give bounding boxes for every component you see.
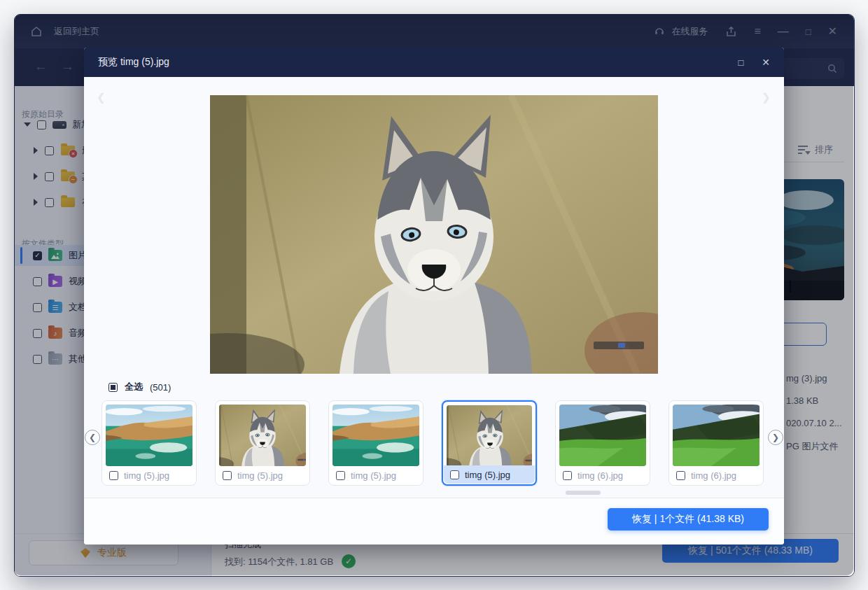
thumbnail-card[interactable]: timg (5).jpg: [215, 400, 310, 486]
thumbnail-checkbox[interactable]: [676, 471, 685, 480]
preview-image: [210, 95, 658, 374]
thumbnail-card-selected[interactable]: timg (5).jpg: [442, 400, 537, 486]
strip-prev-button[interactable]: ❮: [85, 430, 100, 445]
thumbnail-name: timg (6).jpg: [578, 470, 623, 481]
thumbnail-card[interactable]: timg (5).jpg: [102, 400, 197, 486]
thumbnail-image: [673, 405, 760, 466]
select-all-checkbox[interactable]: [108, 383, 118, 392]
modal-maximize-button[interactable]: □: [738, 57, 743, 68]
thumbnail-image: [106, 405, 192, 466]
thumbnail-name: timg (5).jpg: [237, 470, 283, 481]
thumbnail-checkbox[interactable]: [223, 471, 232, 480]
thumbnail-name: timg (5).jpg: [351, 470, 396, 481]
thumbnail-name: timg (6).jpg: [691, 470, 736, 481]
thumbnail-checkbox[interactable]: [450, 470, 459, 479]
select-all-label: 全选: [125, 381, 143, 393]
strip-next-button[interactable]: ❯: [768, 430, 783, 445]
thumbnail-image: [219, 405, 306, 466]
thumbnail-name: timg (5).jpg: [465, 470, 510, 480]
thumbnail-name: timg (5).jpg: [124, 470, 169, 481]
modal-close-button[interactable]: ✕: [762, 57, 770, 68]
recover-selected-button[interactable]: 恢复 | 1个文件 (41.38 KB): [608, 508, 769, 531]
modal-footer: 恢复 | 1个文件 (41.38 KB): [84, 498, 784, 545]
thumbnail-checkbox[interactable]: [336, 471, 345, 480]
thumbnail-image: [447, 405, 532, 467]
select-all-row[interactable]: 全选 (501): [108, 381, 171, 393]
thumbnail-card[interactable]: timg (6).jpg: [555, 400, 650, 486]
preview-prev-icon[interactable]: ❮: [97, 91, 106, 104]
thumbnail-checkbox[interactable]: [563, 471, 572, 480]
thumbnail-scrollbar[interactable]: [566, 491, 601, 495]
screenshot-stage: 返回到主页 在线服务 ≡ — □ ✕ ← →: [0, 0, 868, 590]
preview-next-icon[interactable]: ❯: [762, 91, 771, 104]
modal-header: 预览 timg (5).jpg □ ✕: [84, 48, 784, 77]
modal-title: 预览 timg (5).jpg: [98, 56, 169, 69]
select-all-count: (501): [150, 382, 171, 393]
thumbnail-image: [332, 405, 419, 466]
thumbnail-checkbox[interactable]: [109, 471, 118, 480]
thumbnail-image: [559, 405, 646, 466]
thumbnail-card[interactable]: timg (5).jpg: [328, 400, 424, 486]
thumbnail-card[interactable]: timg (6).jpg: [668, 400, 764, 486]
preview-modal: 预览 timg (5).jpg □ ✕ ❮ ❯ 全选 (501) ❮ ❯ tim…: [84, 48, 784, 545]
